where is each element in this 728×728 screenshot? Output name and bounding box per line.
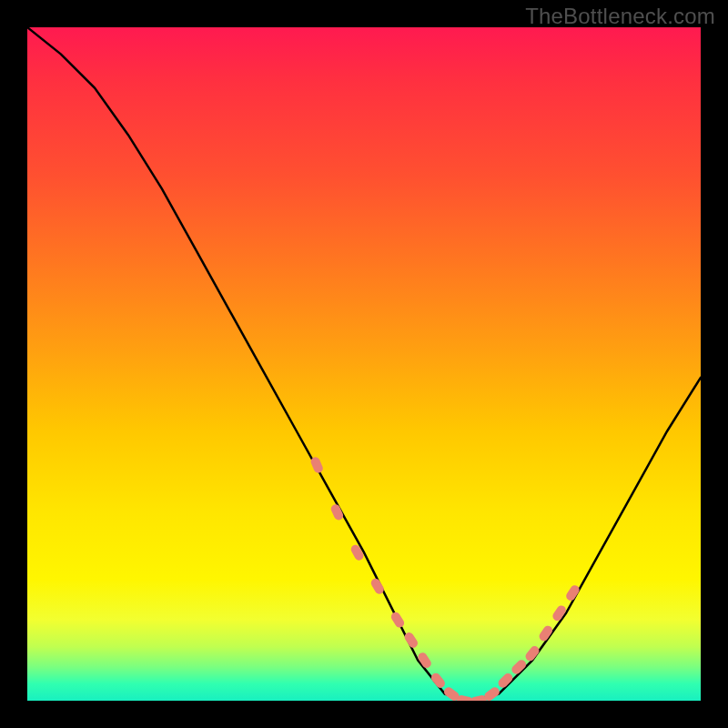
marker-point — [430, 672, 447, 690]
marker-point — [564, 583, 581, 602]
marker-point — [510, 658, 528, 676]
marker-point — [389, 611, 406, 630]
chart-frame: TheBottleneck.com — [0, 0, 728, 728]
bottleneck-curve — [27, 27, 701, 701]
watermark-text: TheBottleneck.com — [525, 4, 715, 29]
chart-svg — [27, 27, 701, 701]
marker-point — [497, 672, 515, 690]
plot-area — [27, 27, 701, 701]
highlight-markers — [309, 456, 581, 701]
marker-point — [482, 685, 500, 701]
